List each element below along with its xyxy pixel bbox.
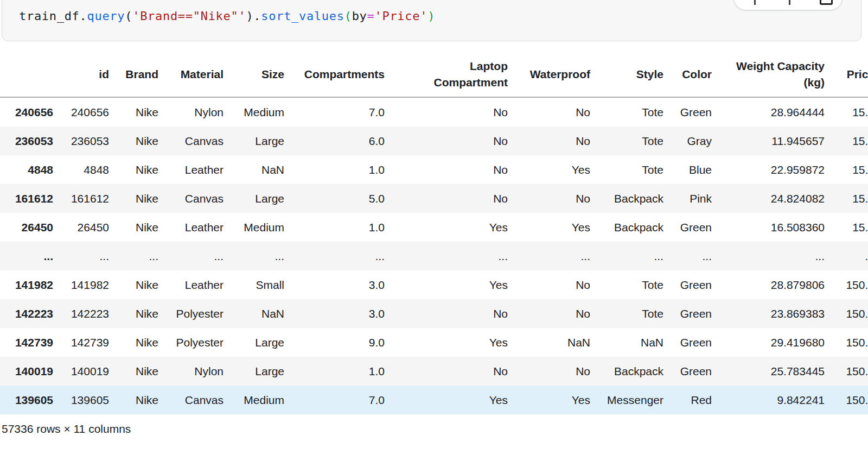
row-index-cell: 142739 xyxy=(0,328,58,357)
table-cell: Small xyxy=(228,270,289,299)
table-cell: 15.0 xyxy=(829,155,868,184)
table-row: 142739142739NikePolyesterLarge9.0YesNaNN… xyxy=(0,328,868,357)
code-token-plain: . xyxy=(80,9,87,23)
row-index-cell: 4848 xyxy=(0,155,58,184)
code-token-bracket: ( xyxy=(344,9,352,23)
table-cell: 6.0 xyxy=(289,127,389,155)
table-cell: 150.0 xyxy=(829,328,868,357)
table-cell: Large xyxy=(228,127,289,155)
table-cell: 7.0 xyxy=(289,386,389,414)
table-cell: No xyxy=(389,184,512,213)
header-row: idBrandMaterialSizeCompartmentsLaptop Co… xyxy=(0,52,868,97)
table-cell: 15.0 xyxy=(829,97,868,127)
table-cell: ... xyxy=(163,242,228,270)
table-row: 141982141982NikeLeatherSmall3.0YesNoTote… xyxy=(0,270,868,299)
table-cell: Nike xyxy=(113,97,163,127)
table-cell: 28.964444 xyxy=(716,97,829,127)
table-cell: Leather xyxy=(163,213,228,242)
table-cell: ... xyxy=(716,242,829,270)
table-cell: No xyxy=(512,270,595,299)
table-cell: 150.0 xyxy=(829,386,868,414)
table-row: .................................... xyxy=(0,242,868,270)
table-cell: Leather xyxy=(163,155,228,184)
table-cell: 7.0 xyxy=(289,97,389,127)
table-cell: 11.945657 xyxy=(716,127,829,155)
table-cell: Nike xyxy=(113,328,163,357)
table-cell: ... xyxy=(512,242,595,270)
table-cell: Red xyxy=(668,386,716,414)
table-cell: Nylon xyxy=(163,97,228,127)
table-cell: Large xyxy=(228,184,289,213)
table-cell: 24.824082 xyxy=(716,184,829,213)
table-cell: Green xyxy=(668,357,716,386)
table-cell: Green xyxy=(668,97,716,127)
code-token-plain: ( xyxy=(125,9,132,23)
code-token-func: sort_values xyxy=(261,9,344,23)
table-cell: 29.419680 xyxy=(716,328,829,357)
table-cell: 9.842241 xyxy=(716,386,829,414)
row-index-cell: 141982 xyxy=(0,270,58,299)
table-cell: No xyxy=(389,299,512,328)
row-index-cell: 161612 xyxy=(0,184,58,213)
row-index-cell: 140019 xyxy=(0,357,58,386)
table-row: 140019140019NikeNylonLarge1.0NoNoBackpac… xyxy=(0,357,868,386)
table-row: 142223142223NikePolyesterNaN3.0NoNoToteG… xyxy=(0,299,868,328)
table-cell: 3.0 xyxy=(289,299,389,328)
table-cell: Green xyxy=(668,299,716,328)
row-index-cell: 240656 xyxy=(0,97,58,127)
table-cell: Nike xyxy=(113,184,163,213)
column-header-style: Style xyxy=(595,52,668,97)
table-cell: Medium xyxy=(228,386,289,414)
table-cell: 140019 xyxy=(58,357,113,386)
table-cell: Nike xyxy=(113,213,163,242)
dataframe-table: idBrandMaterialSizeCompartmentsLaptop Co… xyxy=(0,52,868,414)
code-token-string: 'Brand=="Nike"' xyxy=(132,9,246,23)
code-token-plain: ) xyxy=(246,9,253,23)
table-cell: Tote xyxy=(595,97,668,127)
table-cell: Nike xyxy=(113,270,163,299)
table-cell: 4848 xyxy=(58,155,113,184)
table-cell: No xyxy=(512,299,595,328)
table-cell: ... xyxy=(228,242,289,270)
table-cell: Medium xyxy=(228,97,289,127)
table-row: 48484848NikeLeatherNaN1.0NoYesToteBlue22… xyxy=(0,155,868,184)
table-cell: 15.0 xyxy=(829,127,868,155)
table-cell: NaN xyxy=(595,328,668,357)
row-index-cell: 139605 xyxy=(0,386,58,414)
table-cell: 161612 xyxy=(58,184,113,213)
cut-off-icon-middle[interactable] xyxy=(789,0,790,5)
table-cell: No xyxy=(512,127,595,155)
table-cell: 150.0 xyxy=(829,299,868,328)
column-header-brand: Brand xyxy=(113,52,163,97)
table-cell: 16.508360 xyxy=(716,213,829,242)
column-header-laptop: Laptop Compartment xyxy=(389,52,512,97)
code-token-plain: train_df xyxy=(19,9,80,23)
table-cell: ... xyxy=(668,242,716,270)
code-editor[interactable]: train_df.query('Brand=="Nike"').sort_val… xyxy=(19,9,435,23)
table-cell: Nike xyxy=(113,155,163,184)
table-cell: ... xyxy=(829,242,868,270)
table-cell: Leather xyxy=(163,270,228,299)
row-index-cell: 26450 xyxy=(0,213,58,242)
table-cell: ... xyxy=(113,242,163,270)
row-index-cell: ... xyxy=(0,242,58,270)
table-cell: Canvas xyxy=(163,386,228,414)
table-cell: No xyxy=(389,155,512,184)
table-cell: Polyester xyxy=(163,299,228,328)
code-token-plain: by xyxy=(352,9,367,23)
row-count-summary: 57336 rows × 11 columns xyxy=(2,422,131,436)
table-cell: Tote xyxy=(595,299,668,328)
table-cell: 23.869383 xyxy=(716,299,829,328)
table-cell: 142223 xyxy=(58,299,113,328)
table-cell: Tote xyxy=(595,270,668,299)
table-cell: NaN xyxy=(512,328,595,357)
table-cell: Green xyxy=(668,328,716,357)
table-cell: Large xyxy=(228,357,289,386)
table-cell: Yes xyxy=(389,213,512,242)
column-header-id: id xyxy=(58,52,113,97)
table-cell: Canvas xyxy=(163,127,228,155)
table-cell: Green xyxy=(668,270,716,299)
cut-off-icon-left[interactable] xyxy=(754,0,756,5)
table-body: 240656240656NikeNylonMedium7.0NoNoToteGr… xyxy=(0,97,868,414)
cut-off-square-icon[interactable] xyxy=(820,0,833,5)
